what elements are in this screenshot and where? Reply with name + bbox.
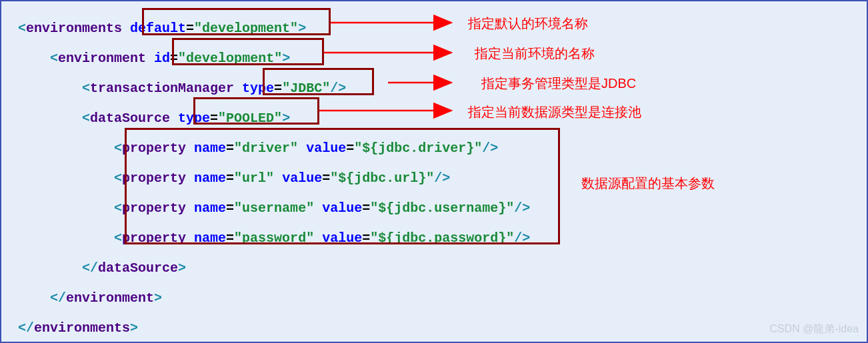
annotation-properties: 数据源配置的基本参数 bbox=[581, 174, 715, 192]
highlight-properties-block bbox=[125, 128, 560, 244]
annotation-tx-type: 指定事务管理类型是JDBC bbox=[481, 75, 636, 93]
highlight-default-attr bbox=[142, 8, 331, 35]
highlight-transaction-type bbox=[263, 68, 374, 95]
watermark: CSDN @龍弟-idea bbox=[769, 322, 859, 336]
code-line-10: </environment> bbox=[18, 283, 530, 313]
annotation-env-id: 指定当前环境的名称 bbox=[475, 45, 595, 63]
highlight-datasource-type bbox=[193, 97, 319, 125]
annotation-default-env: 指定默认的环境名称 bbox=[468, 15, 588, 33]
annotation-ds-type: 指定当前数据源类型是连接池 bbox=[468, 103, 641, 121]
highlight-id-attr bbox=[172, 38, 324, 65]
code-line-11: </environments> bbox=[18, 313, 530, 343]
code-line-9: </dataSource> bbox=[18, 253, 530, 283]
